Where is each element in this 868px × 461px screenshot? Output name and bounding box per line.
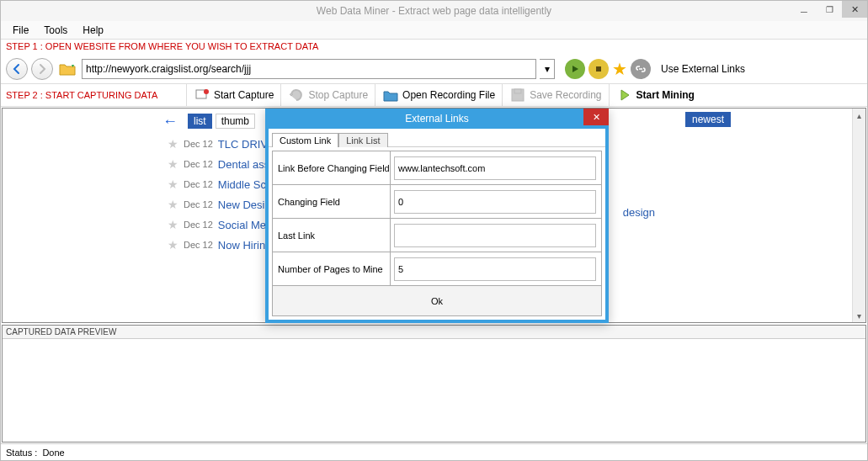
minimize-button[interactable] bbox=[791, 1, 817, 18]
changing-field-input[interactable] bbox=[394, 190, 596, 214]
stop-button[interactable] bbox=[588, 59, 609, 79]
star-icon[interactable]: ★ bbox=[168, 218, 178, 231]
use-external-links-label[interactable]: Use External Links bbox=[654, 63, 752, 75]
nav-forward-button[interactable] bbox=[31, 58, 53, 80]
window-controls bbox=[791, 1, 867, 18]
open-folder-button[interactable]: ▾ bbox=[56, 58, 78, 80]
captured-data-preview: CAPTURED DATA PREVIEW bbox=[2, 325, 866, 442]
start-capture-button[interactable]: Start Capture bbox=[186, 84, 280, 106]
status-value: Done bbox=[42, 448, 64, 458]
tag-link[interactable]: design bbox=[623, 206, 655, 219]
svg-rect-1 bbox=[596, 66, 601, 72]
last-link-label: Last Link bbox=[273, 219, 391, 252]
tab-custom-link[interactable]: Custom Link bbox=[272, 133, 338, 147]
maximize-button[interactable] bbox=[817, 1, 842, 18]
external-links-icon[interactable] bbox=[631, 59, 651, 79]
svg-point-3 bbox=[204, 89, 209, 94]
go-button[interactable] bbox=[565, 59, 585, 79]
url-input[interactable] bbox=[82, 59, 536, 79]
star-icon[interactable]: ★ bbox=[168, 157, 178, 171]
result-date: Dec 12 bbox=[184, 199, 213, 209]
window-title: Web Data Miner - Extract web page data i… bbox=[317, 5, 551, 17]
app-window: Web Data Miner - Extract web page data i… bbox=[0, 0, 868, 461]
ok-button[interactable]: Ok bbox=[424, 296, 450, 306]
favorite-icon[interactable]: ★ bbox=[612, 59, 627, 79]
changing-field-label: Changing Field bbox=[273, 185, 391, 219]
stop-capture-icon bbox=[288, 87, 305, 103]
status-label: Status : bbox=[6, 448, 37, 458]
last-link-input[interactable] bbox=[394, 224, 596, 247]
sort-newest-button[interactable]: newest bbox=[685, 112, 731, 127]
status-bar: Status : Done bbox=[1, 443, 867, 460]
result-date: Dec 12 bbox=[184, 159, 213, 169]
url-dropdown-button[interactable]: ▾ bbox=[540, 59, 555, 79]
scroll-up-icon[interactable]: ▴ bbox=[853, 109, 866, 122]
tab-link-list[interactable]: Link List bbox=[338, 133, 387, 147]
result-date: Dec 12 bbox=[184, 240, 213, 250]
scroll-down-icon[interactable]: ▾ bbox=[853, 309, 866, 322]
link-before-label: Link Before Changing Field bbox=[273, 151, 391, 185]
star-icon[interactable]: ★ bbox=[168, 198, 178, 211]
dialog-close-button[interactable]: ✕ bbox=[583, 109, 609, 125]
menu-bar: File Tools Help bbox=[1, 21, 867, 40]
view-list-button[interactable]: list bbox=[188, 114, 212, 129]
capture-icon bbox=[194, 87, 210, 103]
title-bar: Web Data Miner - Extract web page data i… bbox=[1, 1, 867, 21]
num-pages-input[interactable] bbox=[394, 257, 596, 281]
view-thumb-button[interactable]: thumb bbox=[216, 114, 255, 129]
result-date: Dec 12 bbox=[184, 139, 213, 149]
dialog-title: External Links bbox=[405, 113, 468, 125]
dialog-form: Link Before Changing Field Changing Fiel… bbox=[269, 147, 605, 320]
mining-icon bbox=[616, 87, 633, 103]
menu-file[interactable]: File bbox=[6, 23, 35, 38]
menu-help[interactable]: Help bbox=[76, 23, 110, 38]
result-date: Dec 12 bbox=[184, 179, 213, 189]
preview-header: CAPTURED DATA PREVIEW bbox=[3, 326, 865, 339]
nav-back-button[interactable] bbox=[6, 58, 28, 80]
close-window-button[interactable] bbox=[842, 1, 867, 18]
save-recording-button[interactable]: Save Recording bbox=[502, 84, 608, 106]
external-links-dialog: External Links ✕ Custom Link Link List L… bbox=[265, 109, 609, 323]
open-file-icon bbox=[382, 87, 399, 103]
link-before-input[interactable] bbox=[394, 156, 596, 180]
star-icon[interactable]: ★ bbox=[168, 238, 178, 252]
result-date: Dec 12 bbox=[184, 220, 213, 230]
menu-tools[interactable]: Tools bbox=[37, 23, 74, 38]
url-toolbar: ▾ ▾ ★ Use External Links bbox=[1, 55, 867, 83]
capture-toolbar: STEP 2 : START CAPTURING DATA Start Capt… bbox=[1, 83, 867, 107]
dialog-tabs: Custom Link Link List bbox=[269, 129, 605, 147]
star-icon[interactable]: ★ bbox=[168, 178, 178, 191]
num-pages-label: Number of Pages to Mine bbox=[273, 252, 391, 286]
svg-text:▾: ▾ bbox=[72, 63, 74, 68]
svg-rect-5 bbox=[514, 89, 521, 93]
step2-label: STEP 2 : START CAPTURING DATA bbox=[1, 90, 186, 100]
star-icon[interactable]: ★ bbox=[168, 137, 178, 151]
save-icon bbox=[509, 87, 526, 103]
scrollbar[interactable]: ▴ ▾ bbox=[852, 109, 865, 322]
page-back-arrow-icon[interactable]: ← bbox=[162, 113, 184, 130]
open-recording-button[interactable]: Open Recording File bbox=[375, 84, 502, 106]
dialog-title-bar[interactable]: External Links ✕ bbox=[265, 109, 609, 129]
step1-label: STEP 1 : OPEN WEBSITE FROM WHERE YOU WIS… bbox=[1, 40, 867, 55]
start-mining-button[interactable]: Start Mining bbox=[609, 84, 701, 106]
stop-capture-button[interactable]: Stop Capture bbox=[280, 84, 375, 106]
